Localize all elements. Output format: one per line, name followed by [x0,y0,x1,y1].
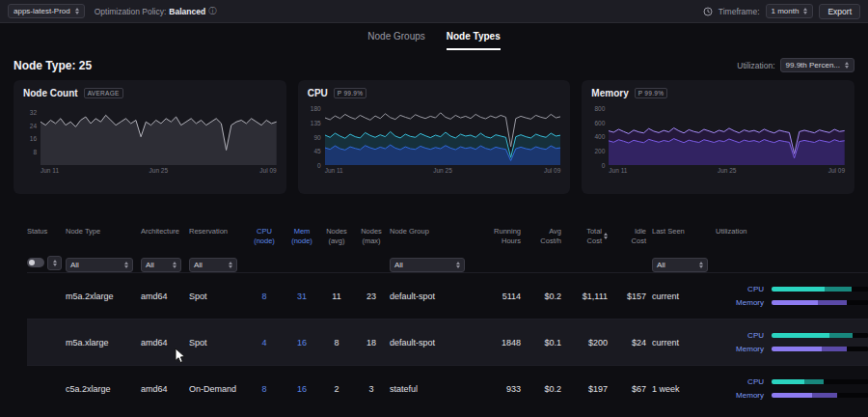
last-seen-value: current [652,292,716,301]
y-tick-label: 180 [311,105,321,112]
cluster-select[interactable]: apps-latest-Prod [8,4,85,18]
cpu-utilization-bar [772,287,868,292]
y-tick-label: 8 [33,149,37,155]
running-hours-value: 5114 [473,292,527,301]
charts-row: Node Count AVERAGE 3224168 Jun 11Jun 25J… [0,76,868,194]
table-row[interactable]: m5a.xlarge amd64 Spot 4 16 8 18 default-… [27,319,868,365]
col-header-total-cost[interactable]: Total Cost [567,227,613,246]
cpu-node-link[interactable]: 8 [245,384,284,394]
cpu-chart-card: CPU P 99.9% 18013590450 Jun 11Jun 25Jul … [298,80,571,194]
node-group-value: default-spot [390,292,473,301]
avg-cost-value: $0.1 [527,338,567,348]
col-header-status: Status [27,227,66,236]
y-tick-label: 24 [30,122,37,128]
bar-segment [772,300,818,305]
architecture-value: amd64 [141,384,189,394]
x-tick-label: Jun 25 [433,167,452,174]
plot-area: Jun 11Jun 25Jul 09 [325,105,561,177]
memory-utilization-bar [772,393,868,398]
nodes-avg-value: 8 [320,338,353,348]
y-tick-label: 800 [594,104,605,111]
sort-icon[interactable] [604,233,608,239]
node-type-filter[interactable]: All [66,258,133,272]
col-header-last-seen: Last Seen [652,227,716,236]
nodes-max-value: 18 [353,338,390,348]
idle-cost-value: $157 [613,292,652,301]
bar-segment [772,379,804,384]
bar-segment [824,379,868,384]
policy-label: Optimization Policy: [95,7,167,16]
tab-node-groups[interactable]: Node Groups [367,31,424,50]
x-tick-label: Jul 09 [828,167,845,174]
cpu-node-link[interactable]: 8 [245,292,284,301]
bar-segment [772,347,822,351]
info-icon[interactable]: ⓘ [208,6,216,16]
x-tick-label: Jun 11 [41,167,59,174]
y-axis: 8006004002000 [591,105,609,165]
col-header-node-type: Node Type [66,227,141,236]
col-header-nodes-avg: Nodes (avg) [320,227,353,246]
node-type-value: c5a.2xlarge [66,384,141,394]
toggle-knob [29,260,35,265]
status-filter [27,256,66,270]
last-seen-value: current [652,338,716,348]
avg-cost-value: $0.2 [527,384,567,394]
cpu-utilization-bar [772,333,868,338]
tab-node-types[interactable]: Node Types [447,31,501,50]
reservation-filter[interactable]: All [189,258,237,272]
timeframe-select[interactable]: 1 month [766,4,814,18]
cpu-node-link[interactable]: 4 [245,338,284,348]
utilization-cell: CPU Memory [716,285,868,307]
cpu-utilization-bar [772,379,868,384]
utilization-percentile-value: 99.9th Percen... [786,61,840,70]
reservation-value: Spot [189,338,245,348]
table-filter-row: All All All All All [27,253,868,272]
y-axis: 3224168 [23,105,41,165]
table-row[interactable]: m5a.2xlarge amd64 Spot 8 31 11 23 defaul… [27,272,868,319]
reservation-value: Spot [189,292,245,301]
memory-utilization-bar [772,300,868,305]
last-seen-filter[interactable]: All [652,258,708,272]
node-group-filter[interactable]: All [390,258,465,272]
y-tick-label: 400 [594,133,605,140]
x-axis: Jun 11Jun 25Jul 09 [609,167,845,177]
nodes-max-value: 23 [353,292,390,301]
y-tick-label: 0 [602,162,606,169]
cluster-select-value: apps-latest-Prod [14,7,70,15]
status-filter-toggle[interactable] [27,258,44,267]
mem-node-link[interactable]: 16 [284,338,320,348]
chart-title: Memory [591,88,628,98]
status-filter-select[interactable] [47,256,62,270]
mem-node-link[interactable]: 31 [284,292,320,301]
mem-node-link[interactable]: 16 [284,384,320,394]
chart-badge: AVERAGE [84,88,123,98]
bar-segment [853,333,868,338]
node-count-chart-card: Node Count AVERAGE 3224168 Jun 11Jun 25J… [14,80,286,194]
y-tick-label: 90 [313,133,320,140]
chevron-updown-icon [53,260,57,266]
timeframe-label: Timeframe: [719,7,760,16]
chevron-updown-icon [845,62,849,69]
col-header-cpu-node: CPU (node) [245,227,284,246]
col-header-running-hours: Running Hours [473,227,527,246]
export-button[interactable]: Export [819,4,860,19]
col-header-avg-cost-h: Avg Cost/h [527,227,567,246]
page-title: Node Type: 25 [14,59,92,72]
col-header-reservation: Reservation [189,227,245,236]
bar-segment [837,393,868,398]
total-cost-value: $197 [567,384,613,394]
filter-value: All [394,261,403,269]
plot-area: Jun 11Jun 25Jul 09 [41,105,277,177]
y-tick-label: 600 [594,119,605,125]
col-header-label: Total Cost [586,227,602,246]
utilization-percentile-select[interactable]: 99.9th Percen... [780,58,854,72]
chart-title: CPU [308,88,328,98]
table-row[interactable]: c5a.2xlarge amd64 On-Demand 8 16 2 3 sta… [27,365,868,411]
bar-segment [852,287,868,292]
chart-badge: P 99.9% [635,88,668,98]
chart-svg [325,105,561,165]
avg-cost-value: $0.2 [527,292,567,301]
col-header-architecture: Architecture [141,227,189,236]
filter-value: All [146,261,154,269]
architecture-filter[interactable]: All [141,258,181,272]
